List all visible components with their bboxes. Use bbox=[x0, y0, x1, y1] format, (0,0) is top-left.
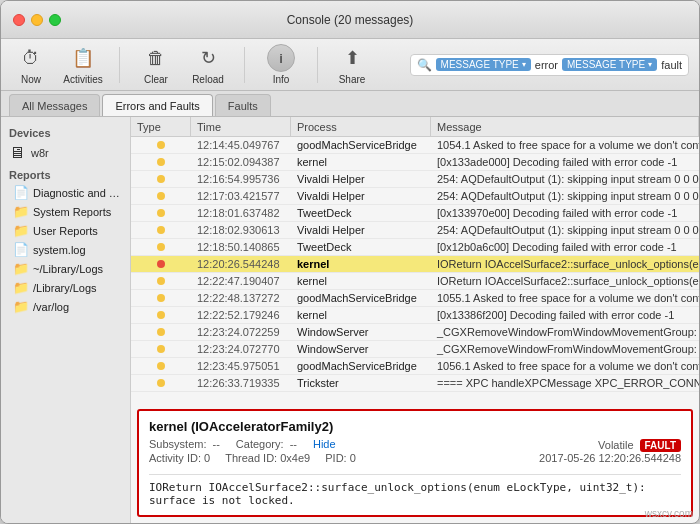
fault-badge: FAULT bbox=[640, 439, 681, 452]
row-process-1: kernel bbox=[291, 154, 431, 170]
th-message: Message bbox=[431, 117, 699, 136]
detail-title: kernel (IOAcceleratorFamily2) bbox=[149, 419, 681, 434]
reload-label: Reload bbox=[192, 74, 224, 85]
row-type-5 bbox=[131, 222, 191, 238]
sidebar-item-system-reports[interactable]: 📁 System Reports bbox=[3, 202, 128, 221]
row-process-4: TweetDeck bbox=[291, 205, 431, 221]
tab-bar: All Messages Errors and Faults Faults bbox=[1, 91, 699, 117]
device-label: w8r bbox=[31, 147, 49, 159]
sidebar-item-device[interactable]: 🖥 w8r bbox=[1, 141, 130, 165]
row-process-12: WindowServer bbox=[291, 341, 431, 357]
row-message-3: 254: AQDefaultOutput (1): skipping input… bbox=[431, 188, 699, 204]
row-message-7: IOReturn IOAccelSurface2::surface_unlock… bbox=[431, 256, 699, 272]
table-body: 12:14:45.049767 goodMachServiceBridge 10… bbox=[131, 137, 699, 403]
row-process-7: kernel bbox=[291, 256, 431, 272]
sidebar-item-system-log[interactable]: 📄 system.log bbox=[3, 240, 128, 259]
chevron-down-icon-1: ▾ bbox=[522, 60, 526, 69]
sidebar-item-var-log[interactable]: 📁 /var/log bbox=[3, 297, 128, 316]
table-row[interactable]: 12:20:26.544248 kernel IOReturn IOAccelS… bbox=[131, 256, 699, 273]
table-row[interactable]: 12:14:45.049767 goodMachServiceBridge 10… bbox=[131, 137, 699, 154]
table-row[interactable]: 12:17:03.421577 Vivaldi Helper 254: AQDe… bbox=[131, 188, 699, 205]
filter-pill-1[interactable]: MESSAGE TYPE ▾ bbox=[436, 58, 531, 71]
filter2-type: MESSAGE TYPE bbox=[567, 59, 645, 70]
row-type-14 bbox=[131, 375, 191, 391]
folder-icon-6: 📁 bbox=[13, 299, 29, 314]
activity-id: Activity ID: 0 bbox=[149, 452, 210, 464]
row-process-13: goodMachServiceBridge bbox=[291, 358, 431, 374]
sidebar-item-diagnostic[interactable]: 📄 Diagnostic and U... bbox=[3, 183, 128, 202]
table-row[interactable]: 12:22:48.137272 goodMachServiceBridge 10… bbox=[131, 290, 699, 307]
sidebar-item-home-library-logs[interactable]: 📁 ~/Library/Logs bbox=[3, 259, 128, 278]
table-header: Type Time Process Message bbox=[131, 117, 699, 137]
now-label: Now bbox=[21, 74, 41, 85]
folder-icon-1: 📁 bbox=[13, 204, 29, 219]
reports-section-header: Reports bbox=[1, 165, 130, 183]
filter-pill-2[interactable]: MESSAGE TYPE ▾ bbox=[562, 58, 657, 71]
row-type-8 bbox=[131, 273, 191, 289]
detail-timestamp: 2017-05-26 12:20:26.544248 bbox=[539, 452, 681, 468]
row-process-9: goodMachServiceBridge bbox=[291, 290, 431, 306]
table-row[interactable]: 12:18:50.140865 TweetDeck [0x12b0a6c00] … bbox=[131, 239, 699, 256]
folder-icon-2: 📁 bbox=[13, 223, 29, 238]
detail-meta-right: Volatile FAULT bbox=[598, 439, 681, 452]
table-row[interactable]: 12:22:52.179246 kernel [0x13386f200] Dec… bbox=[131, 307, 699, 324]
tab-errors-and-faults[interactable]: Errors and Faults bbox=[102, 94, 212, 116]
dot-icon bbox=[157, 345, 165, 353]
table-row[interactable]: 12:18:01.637482 TweetDeck [0x133970e00] … bbox=[131, 205, 699, 222]
share-button[interactable]: ⬆ Share bbox=[334, 44, 370, 85]
separator-2 bbox=[244, 47, 245, 83]
row-type-6 bbox=[131, 239, 191, 255]
dot-icon bbox=[157, 243, 165, 251]
table-row[interactable]: 12:23:24.072770 WindowServer _CGXRemoveW… bbox=[131, 341, 699, 358]
subsystem-value: -- bbox=[213, 438, 220, 450]
info-icon: i bbox=[267, 44, 295, 72]
close-button[interactable] bbox=[13, 14, 25, 26]
row-process-8: kernel bbox=[291, 273, 431, 289]
clear-button[interactable]: 🗑 Clear bbox=[136, 44, 176, 85]
row-type-1 bbox=[131, 154, 191, 170]
table-row[interactable]: 12:26:33.719335 Trickster ==== XPC handl… bbox=[131, 375, 699, 392]
dot-icon bbox=[157, 362, 165, 370]
row-time-9: 12:22:48.137272 bbox=[191, 290, 291, 306]
report-label-5: /Library/Logs bbox=[33, 282, 97, 294]
tab-faults[interactable]: Faults bbox=[215, 94, 271, 116]
traffic-lights bbox=[13, 14, 61, 26]
report-label-6: /var/log bbox=[33, 301, 69, 313]
row-message-14: ==== XPC handleXPCMessage XPC_ERROR_CONN… bbox=[431, 375, 699, 391]
volatile-label: Volatile bbox=[598, 439, 633, 451]
category-label: Category: -- bbox=[236, 438, 297, 450]
now-button[interactable]: ⏱ Now bbox=[11, 44, 51, 85]
row-time-4: 12:18:01.637482 bbox=[191, 205, 291, 221]
reload-button[interactable]: ↻ Reload bbox=[188, 44, 228, 85]
report-label-2: User Reports bbox=[33, 225, 98, 237]
row-type-0 bbox=[131, 137, 191, 153]
doc-icon-0: 📄 bbox=[13, 185, 29, 200]
table-row[interactable]: 12:16:54.995736 Vivaldi Helper 254: AQDe… bbox=[131, 171, 699, 188]
detail-divider bbox=[149, 474, 681, 475]
sidebar-item-library-logs[interactable]: 📁 /Library/Logs bbox=[3, 278, 128, 297]
clear-icon: 🗑 bbox=[142, 44, 170, 72]
row-message-4: [0x133970e00] Decoding failed with error… bbox=[431, 205, 699, 221]
maximize-button[interactable] bbox=[49, 14, 61, 26]
info-button[interactable]: i Info bbox=[261, 44, 301, 85]
table-row[interactable]: 12:15:02.094387 kernel [0x133ade000] Dec… bbox=[131, 154, 699, 171]
row-process-5: Vivaldi Helper bbox=[291, 222, 431, 238]
report-label-1: System Reports bbox=[33, 206, 111, 218]
table-row[interactable]: 12:23:45.975051 goodMachServiceBridge 10… bbox=[131, 358, 699, 375]
minimize-button[interactable] bbox=[31, 14, 43, 26]
row-message-2: 254: AQDefaultOutput (1): skipping input… bbox=[431, 171, 699, 187]
table-row[interactable]: 12:23:24.072259 WindowServer _CGXRemoveW… bbox=[131, 324, 699, 341]
row-type-3 bbox=[131, 188, 191, 204]
row-process-10: kernel bbox=[291, 307, 431, 323]
table-row[interactable]: 12:22:47.190407 kernel IOReturn IOAccelS… bbox=[131, 273, 699, 290]
tab-all-messages[interactable]: All Messages bbox=[9, 94, 100, 116]
separator-1 bbox=[119, 47, 120, 83]
sidebar-item-user-reports[interactable]: 📁 User Reports bbox=[3, 221, 128, 240]
dot-icon bbox=[157, 277, 165, 285]
row-type-9 bbox=[131, 290, 191, 306]
hide-link[interactable]: Hide bbox=[313, 438, 336, 450]
activities-button[interactable]: 📋 Activities bbox=[63, 44, 103, 85]
table-row[interactable]: 12:18:02.930613 Vivaldi Helper 254: AQDe… bbox=[131, 222, 699, 239]
row-process-14: Trickster bbox=[291, 375, 431, 391]
dot-icon bbox=[157, 226, 165, 234]
